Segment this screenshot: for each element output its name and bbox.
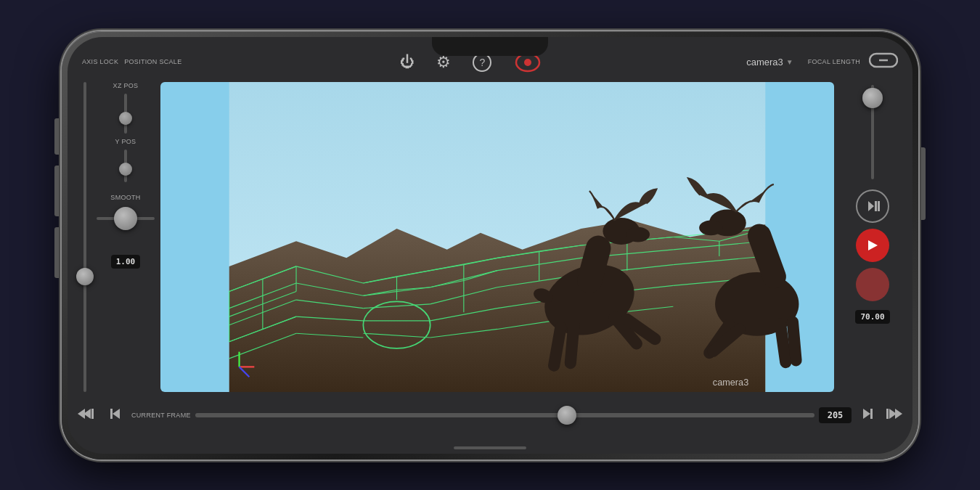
svg-point-78 <box>626 226 650 242</box>
xz-pos-label: XZ POS <box>113 82 139 89</box>
svg-marker-108 <box>895 409 902 419</box>
xz-pos-thumb[interactable] <box>119 112 132 125</box>
phone-device: AXIS LOCK POSITION SCALE ⏻ ⚙ ? <box>62 31 918 460</box>
phone-screen: AXIS LOCK POSITION SCALE ⏻ ⚙ ? <box>68 37 912 454</box>
camera-name: camera3 <box>746 57 783 68</box>
svg-marker-6 <box>229 220 766 392</box>
volume-down-button[interactable] <box>54 227 59 278</box>
skip-to-start-button[interactable] <box>75 402 98 429</box>
svg-rect-106 <box>870 409 873 419</box>
position-scale-label: POSITION SCALE <box>124 59 181 66</box>
left-vertical-slider[interactable] <box>75 82 95 392</box>
left-panel: XZ POS Y POS SMOOTH <box>75 82 155 392</box>
svg-rect-98 <box>878 201 880 211</box>
notch <box>432 37 548 56</box>
y-pos-label: Y POS <box>115 138 136 145</box>
svg-rect-109 <box>886 409 889 419</box>
skip-to-end-button[interactable] <box>882 402 905 429</box>
focal-value-badge: 70.00 <box>855 310 889 324</box>
step-forward-button[interactable] <box>856 403 878 428</box>
link-icon[interactable] <box>869 51 898 73</box>
power-button[interactable] <box>921 147 926 220</box>
play-pause-button[interactable] <box>856 189 889 223</box>
camera-dropdown-arrow: ▼ <box>786 58 793 66</box>
svg-marker-101 <box>78 409 85 419</box>
camera-selector[interactable]: camera3 ▼ <box>746 57 793 68</box>
svg-rect-97 <box>875 201 877 211</box>
current-frame-label: CURRENT FRAME <box>131 412 191 420</box>
focal-length-label: FOCAL LENGTH <box>808 59 860 66</box>
smooth-value-badge: 1.00 <box>111 255 141 269</box>
volume-mute-button[interactable] <box>54 118 59 155</box>
frame-number-badge: 205 <box>819 407 852 423</box>
timeline-thumb[interactable] <box>558 406 576 425</box>
svg-text:camera3: camera3 <box>713 377 748 387</box>
main-area: XZ POS Y POS SMOOTH <box>68 82 912 392</box>
svg-rect-102 <box>91 409 94 419</box>
axis-lock-label: AXIS LOCK <box>82 59 118 66</box>
svg-marker-105 <box>863 409 870 419</box>
volume-up-button[interactable] <box>54 166 59 216</box>
power-icon[interactable]: ⏻ <box>400 54 415 70</box>
y-pos-thumb[interactable] <box>119 163 132 176</box>
app-content: AXIS LOCK POSITION SCALE ⏻ ⚙ ? <box>68 37 912 454</box>
right-panel: 70.00 <box>840 82 905 392</box>
svg-rect-104 <box>110 409 113 419</box>
svg-point-87 <box>699 220 722 235</box>
timeline-bar: CURRENT FRAME 205 <box>68 392 912 439</box>
svg-point-1 <box>524 59 531 66</box>
smooth-thumb[interactable] <box>114 207 137 230</box>
step-back-button[interactable] <box>105 403 127 428</box>
record-button[interactable] <box>856 268 889 301</box>
svg-marker-99 <box>868 240 878 250</box>
smooth-label: SMOOTH <box>110 194 140 201</box>
svg-marker-96 <box>868 201 874 211</box>
home-indicator[interactable] <box>454 446 526 449</box>
viewport: camera3 <box>160 82 834 392</box>
focal-length-thumb[interactable] <box>862 88 883 108</box>
svg-marker-103 <box>113 409 120 419</box>
record-play-button[interactable] <box>856 229 889 262</box>
timeline-slider[interactable] <box>195 413 814 417</box>
